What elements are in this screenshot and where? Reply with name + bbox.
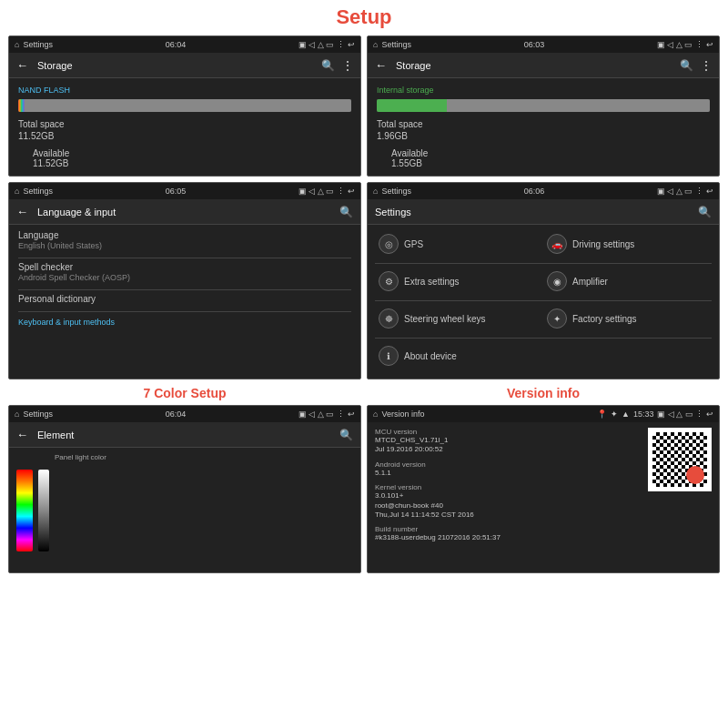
time-display: 06:04 [166,40,187,49]
storage-label-internal: Internal storage [377,86,710,95]
back-btn-tr[interactable]: ← [375,58,387,72]
panel-settings-grid: ⌂ Settings 06:06 ▣ ◁ △ ▭ ⋮ ↩ Settings 🔍 … [367,182,720,379]
back-icon-tr: ↩ [706,40,713,49]
total-space-label-nand: Total space [18,119,351,129]
home-icon-br: ⌂ [373,410,378,419]
panel-storage-nand: ⌂ Settings 06:04 ▣ ◁ △ ▭ ⋮ ↩ ← Storage 🔍… [8,35,361,177]
back-icon-mr: ↩ [706,187,713,196]
action-bar-element: ← Element 🔍 [9,422,360,448]
language-item[interactable]: Language English (United States) [18,230,351,250]
factory-label: Factory settings [572,314,637,324]
settings-action-title: Settings [375,207,698,217]
storage-content-internal: Internal storage Total space 1.96GB Avai… [368,78,719,176]
signal-icons-mr: ▣ ◁ △ ▭ ⋮ [657,187,703,196]
signal-br: ▣ ◁ △ ▭ ⋮ ↩ [657,410,713,419]
settings-title-mr: Settings [381,187,411,196]
available-label-nand: Available [18,148,351,158]
mcu-label: MCU version [375,428,641,436]
action-bar-settings: Settings 🔍 [368,199,719,225]
time-tr: 06:03 [524,40,545,49]
settings-row-gps: ◎ GPS 🚗 Driving settings [375,228,712,259]
search-icon-ml[interactable]: 🔍 [339,206,353,218]
qr-overlay-dot [686,466,704,484]
status-bar-mid-right: ⌂ Settings 06:06 ▣ ◁ △ ▭ ⋮ ↩ [368,183,719,199]
search-icon-bl[interactable]: 🔍 [339,429,353,441]
factory-item[interactable]: ✦ Factory settings [543,303,712,334]
settings-title-bl: Settings [23,410,53,419]
amplifier-item[interactable]: ◉ Amplifier [543,266,712,297]
available-value-internal: 1.55GB [377,158,710,168]
language-value: English (United States) [18,241,351,250]
extra-icon: ⚙ [379,271,399,291]
about-item[interactable]: ℹ About device [375,340,543,371]
amplifier-icon: ◉ [547,271,567,291]
back-icon-ml: ↩ [348,187,355,196]
action-bar-storage-internal: ← Storage 🔍 ⋮ [368,53,719,78]
back-btn-bl[interactable]: ← [16,428,28,441]
version-left-col: MCU version MTCD_CHS_V1.71l_1Jul 19.2016… [375,428,641,549]
action-bar-language: ← Language & input 🔍 [9,199,360,225]
extra-label: Extra settings [404,277,460,287]
driving-icon: 🚗 [547,234,567,254]
settings-row-steering: ☸ Steering wheel keys ✦ Factory settings [375,303,712,334]
settings-row-extra: ⚙ Extra settings ◉ Amplifier [375,266,712,297]
status-bar-top-left: ⌂ Settings 06:04 ▣ ◁ △ ▭ ⋮ ↩ [9,36,360,53]
time-br: 15:33 [633,410,654,419]
color-swatches [79,465,82,567]
spell-checker-label: Spell checker [18,262,351,272]
settings-row-about: ℹ About device [375,340,712,371]
home-icon-tr: ⌂ [373,40,378,49]
driving-item[interactable]: 🚗 Driving settings [543,228,712,259]
storage-bar-nand [18,99,351,112]
steering-item[interactable]: ☸ Steering wheel keys [375,303,543,334]
build-label: Build number [375,525,641,533]
storage-label-nand: NAND FLASH [18,86,351,95]
back-btn-ml[interactable]: ← [16,205,28,218]
section-title-color: 7 Color Setup [5,382,364,402]
rainbow-strip [16,470,33,551]
time-bl: 06:04 [166,410,187,419]
personal-dict-item[interactable]: Personal dictionary [18,294,351,304]
extra-settings-item[interactable]: ⚙ Extra settings [375,266,543,297]
keyboard-link[interactable]: Keyboard & input methods [18,318,351,327]
page-title: Setup [0,0,728,33]
home-icon: ⌂ [15,40,19,49]
language-content: Language English (United States) Spell c… [9,225,360,332]
search-icon-tr[interactable]: 🔍 [680,59,693,72]
factory-icon: ✦ [547,308,567,329]
settings-title-ml: Settings [23,187,53,196]
spell-checker-value: Android Spell Checker (AOSP) [18,273,351,282]
available-value-nand: 11.52GB [18,158,351,168]
empty-item [543,350,712,361]
grey-strip [38,470,49,551]
back-button[interactable]: ← [16,58,28,72]
more-icon-tr[interactable]: ⋮ [701,59,712,72]
gps-item[interactable]: ◎ GPS [375,228,543,259]
status-bar-mid-left: ⌂ Settings 06:05 ▣ ◁ △ ▭ ⋮ ↩ [9,183,360,199]
language-label: Language [18,230,351,240]
driving-label: Driving settings [572,239,634,249]
android-value: 5.1.1 [375,469,641,478]
storage-title: Storage [37,60,321,71]
settings-grid-content: ◎ GPS 🚗 Driving settings ⚙ Extra setting… [368,225,719,379]
build-number-item: Build number #k3188-userdebug 21072016 2… [375,525,641,542]
android-label: Android version [375,460,641,469]
personal-dict-label: Personal dictionary [18,294,351,304]
signal-icons-bl: ▣ ◁ △ ▭ ⋮ [298,410,345,419]
language-title: Language & input [37,207,339,217]
search-icon-mr[interactable]: 🔍 [698,206,712,218]
kernel-value: 3.0.101+root@chun-book #40Thu,Jul 14 11:… [375,491,641,520]
steering-label: Steering wheel keys [404,314,486,324]
settings-title: Settings [23,40,53,49]
more-icon[interactable]: ⋮ [342,59,353,72]
version-info-title: Version info [381,410,424,419]
version-content: MCU version MTCD_CHS_V1.71l_1Jul 19.2016… [368,422,719,554]
search-icon[interactable]: 🔍 [321,59,335,72]
wifi-icon: ▲ [622,410,630,419]
spell-checker-item[interactable]: Spell checker Android Spell Checker (AOS… [18,262,351,282]
home-icon-mr: ⌂ [373,187,378,196]
about-icon: ℹ [379,346,399,366]
home-icon-bl: ⌂ [15,410,19,419]
time-mr: 06:06 [524,187,545,196]
gps-icon: ◎ [379,234,399,254]
